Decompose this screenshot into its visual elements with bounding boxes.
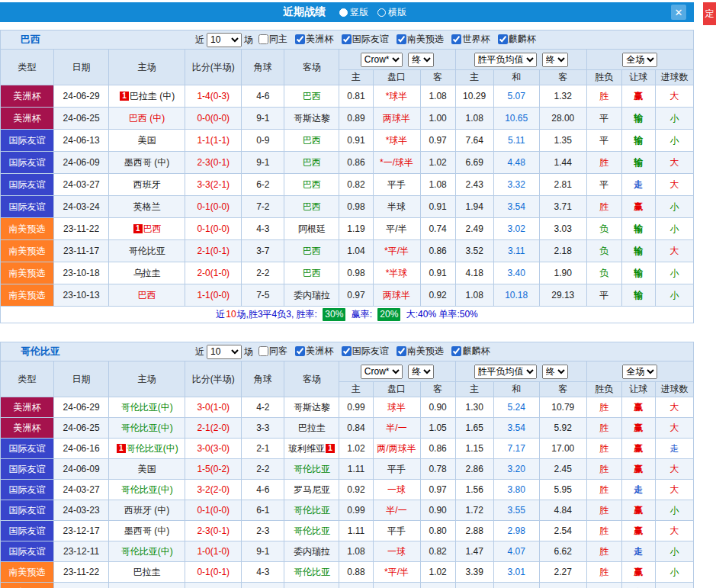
home-team[interactable]: 英格兰 [109, 196, 185, 218]
league-checkbox[interactable] [342, 346, 352, 356]
home-team[interactable]: 1巴拉圭 (中) [109, 85, 185, 108]
away-team[interactable]: 玻利维亚1 [284, 439, 339, 459]
away-team[interactable]: 哥伦比亚 [284, 521, 339, 541]
away-team[interactable]: 巴西 [284, 174, 339, 196]
avg-select[interactable]: 胜平负均值 [474, 365, 537, 379]
match-row: 国际友谊 24-06-16 1哥伦比亚(中) 3-0(3-0) 2-1 玻利维亚… [1, 439, 694, 459]
corners: 7-5 [242, 284, 284, 307]
league-checkbox[interactable] [498, 34, 508, 44]
bookmaker-select[interactable]: Crow* [361, 53, 403, 67]
final-select[interactable]: 终 [408, 53, 434, 67]
home-team[interactable]: 哥伦比亚(中) [109, 480, 185, 500]
handicap-odds-home: 0.99 [339, 397, 373, 418]
result-wdl: 胜 [586, 418, 621, 439]
home-team[interactable]: 巴拉圭 [109, 562, 185, 583]
league-filter[interactable]: 同主 [253, 33, 287, 46]
away-team[interactable]: 哥伦比亚 [284, 459, 339, 480]
away-team[interactable]: 巴西 [284, 130, 339, 152]
away-team[interactable]: 哥斯达黎 [284, 397, 339, 418]
avg-group-header: 胜平负均值 终 [455, 361, 586, 382]
final-select-2[interactable]: 终 [542, 365, 568, 379]
league-filter[interactable]: 美洲杯 [290, 33, 333, 46]
layout-radio-vertical[interactable]: 竖版 [339, 6, 368, 19]
result-handicap: 走 [621, 541, 655, 562]
away-team[interactable]: 巴西 [284, 196, 339, 218]
league-filter[interactable]: 麒麟杯 [446, 345, 490, 358]
scope-select[interactable]: 全场 [622, 365, 657, 379]
home-team[interactable]: 美国 [109, 130, 185, 152]
away-team[interactable]: 委内瑞拉 [284, 541, 339, 562]
away-team[interactable]: 巴拉圭 [284, 418, 339, 439]
away-team[interactable]: 罗马尼亚 [284, 480, 339, 500]
league-filter[interactable]: 国际友谊 [336, 345, 389, 358]
league-filter[interactable]: 同客 [253, 345, 287, 358]
home-team[interactable]: 1巴西 [109, 218, 185, 240]
home-team[interactable]: 哥伦比亚(中) [109, 541, 185, 562]
home-team[interactable]: 乌拉圭 [109, 262, 185, 284]
away-team[interactable]: 委内瑞拉 [284, 284, 339, 307]
league-checkbox[interactable] [342, 34, 352, 44]
away-team[interactable]: 哥伦比亚 [284, 500, 339, 521]
league-filter[interactable]: 麒麟杯 [493, 33, 536, 46]
league-filter[interactable]: 南美预选 [391, 345, 444, 358]
away-team[interactable]: 巴西 [284, 583, 339, 588]
league-filter[interactable]: 美洲杯 [290, 345, 333, 358]
home-team[interactable]: 哥伦比亚 [109, 240, 185, 262]
match-count-select[interactable]: 10 [207, 345, 242, 359]
scope-select[interactable]: 全场 [622, 53, 657, 67]
close-button[interactable]: ✕ [671, 5, 686, 20]
away-team[interactable]: 巴西 [284, 240, 339, 262]
handicap-line: 平手 [373, 459, 420, 480]
league-filter[interactable]: 国际友谊 [336, 33, 389, 46]
league-filter[interactable]: 世界杯 [446, 33, 490, 46]
away-team[interactable]: 阿根廷 [284, 218, 339, 240]
match-row: 南美预选 23-10-18 乌拉圭 2-0(1-0) 2-2 巴西 0.98 *… [1, 262, 694, 284]
league-checkbox[interactable] [451, 346, 461, 356]
result-wdl: 平 [586, 130, 621, 152]
match-date: 23-11-17 [54, 583, 109, 588]
home-team[interactable]: 西班牙 [109, 174, 185, 196]
home-team[interactable]: 巴西 (中) [109, 108, 185, 130]
match-date: 24-03-27 [54, 174, 109, 196]
league-checkbox[interactable] [451, 34, 461, 44]
league-filter[interactable]: 南美预选 [391, 33, 444, 46]
side-tab[interactable]: 定 [703, 2, 716, 25]
result-handicap: 输 [621, 262, 655, 284]
away-team[interactable]: 巴西 [284, 85, 339, 108]
handicap-odds-home: 0.98 [339, 262, 373, 284]
away-team[interactable]: 巴西 [284, 152, 339, 174]
league-type: 南美预选 [1, 284, 54, 307]
away-team[interactable]: 巴西 [284, 262, 339, 284]
league-label: 国际友谊 [352, 345, 389, 358]
home-team[interactable]: 墨西哥 (中) [109, 152, 185, 174]
result-wdl: 胜 [586, 459, 621, 480]
league-checkbox[interactable] [397, 34, 406, 44]
final-select-2[interactable]: 终 [542, 53, 568, 67]
score: 3-2(2-0) [185, 480, 242, 500]
match-count-select[interactable]: 10 [207, 33, 242, 47]
col-score: 比分(半场) [185, 361, 242, 397]
avg-select[interactable]: 胜平负均值 [474, 53, 537, 67]
home-team[interactable]: 巴西 [109, 284, 185, 307]
league-checkbox[interactable] [258, 346, 268, 356]
home-team[interactable]: 1哥伦比亚(中) [109, 439, 185, 459]
layout-radio-horizontal[interactable]: 横版 [377, 6, 406, 19]
euro-odds-away: 2.81 [539, 174, 586, 196]
final-select[interactable]: 终 [408, 365, 434, 379]
home-team[interactable]: 美国 [109, 459, 185, 480]
away-team-name: 哥斯达黎 [294, 113, 330, 124]
league-checkbox[interactable] [295, 346, 305, 356]
league-checkbox[interactable] [397, 346, 406, 356]
result-handicap: 走 [621, 480, 655, 500]
away-team[interactable]: 哥斯达黎 [284, 108, 339, 130]
league-label: 国际友谊 [352, 33, 389, 46]
league-checkbox[interactable] [258, 34, 268, 44]
home-team[interactable]: 哥伦比亚 [109, 583, 185, 588]
league-checkbox[interactable] [295, 34, 305, 44]
home-team[interactable]: 墨西哥 (中) [109, 521, 185, 541]
home-team[interactable]: 西班牙 (中) [109, 500, 185, 521]
bookmaker-select[interactable]: Crow* [361, 365, 403, 379]
away-team[interactable]: 哥伦比亚 [284, 562, 339, 583]
home-team[interactable]: 哥伦比亚(中) [109, 418, 185, 439]
home-team[interactable]: 哥伦比亚(中) [109, 397, 185, 418]
